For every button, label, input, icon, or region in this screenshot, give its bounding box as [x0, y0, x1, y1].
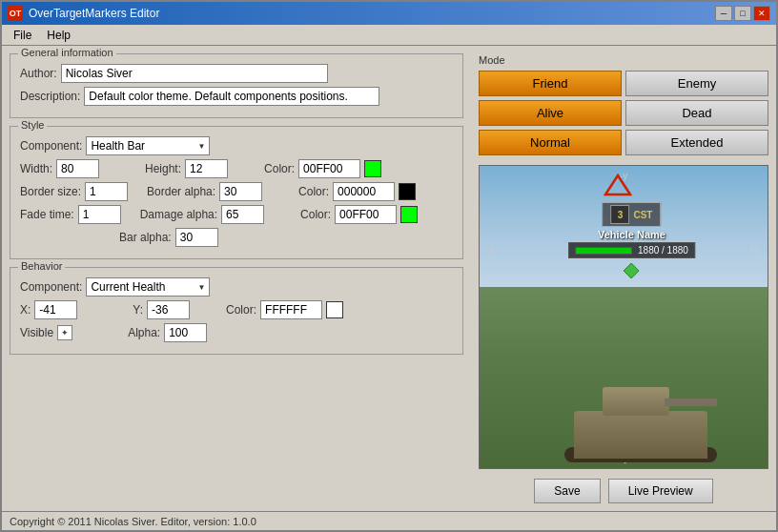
- health-bar: [575, 247, 632, 255]
- color3-input[interactable]: [335, 205, 397, 224]
- menu-help[interactable]: Help: [39, 27, 78, 43]
- menu-file[interactable]: File: [6, 27, 39, 43]
- visible-label: Visible: [20, 326, 53, 339]
- border-alpha-input[interactable]: [219, 182, 262, 201]
- cst-label: CST: [633, 210, 652, 220]
- damage-alpha-label: Damage alpha:: [140, 208, 217, 221]
- x-input[interactable]: [34, 300, 77, 319]
- color1-input[interactable]: [298, 159, 360, 178]
- tank-barrel: [665, 399, 717, 406]
- behavior-section: Behavior Component: Current Health ▼ X: …: [10, 267, 463, 355]
- alpha-input[interactable]: [164, 323, 207, 342]
- behavior-component-label: Component:: [20, 280, 82, 294]
- width-row: Width: Height: Color:: [20, 159, 453, 178]
- height-label: Height:: [145, 162, 181, 175]
- general-info-title: General information: [18, 47, 116, 58]
- mode-alive-button[interactable]: Alive: [479, 100, 622, 126]
- tank-turret: [603, 387, 669, 416]
- border-row: Border size: Border alpha: Color:: [20, 182, 453, 201]
- bar-alpha-input[interactable]: [175, 228, 218, 247]
- width-input[interactable]: [56, 159, 99, 178]
- marker-overlay: 3 CST Vehicle Name 1880 / 1880: [568, 202, 695, 282]
- tank-body: [574, 411, 707, 459]
- title-buttons: ─ □ ✕: [715, 6, 770, 21]
- border-size-label: Border size:: [20, 185, 81, 198]
- color2-label: Color:: [298, 185, 329, 198]
- mode-buttons: Friend Enemy Alive Dead Normal Extended: [479, 71, 768, 155]
- behavior-component-row: Component: Current Health ▼: [20, 277, 453, 297]
- close-button[interactable]: ✕: [753, 6, 770, 21]
- behavior-color-swatch[interactable]: [326, 301, 343, 318]
- compass-right-label: +x: [749, 244, 760, 391]
- preview-area: -y -x +x +y 3: [479, 165, 768, 469]
- description-input[interactable]: [84, 87, 379, 106]
- status-bar: Copyright © 2011 Nicolas Siver. Editor, …: [2, 511, 776, 530]
- behavior-color-input[interactable]: [260, 300, 322, 319]
- compass-left-label: -x: [487, 244, 495, 391]
- title-bar-left: OT OverTargetMarkers Editor: [8, 6, 159, 21]
- border-alpha-label: Border alpha:: [147, 185, 215, 198]
- target-diamond-icon: [604, 174, 632, 199]
- damage-alpha-input[interactable]: [221, 205, 264, 224]
- color2-input[interactable]: [333, 182, 395, 201]
- color1-swatch[interactable]: [364, 160, 381, 177]
- menu-bar: File Help: [2, 25, 776, 46]
- main-content: General information Author: Description:…: [2, 46, 776, 511]
- main-window: OT OverTargetMarkers Editor ─ □ ✕ File H…: [0, 0, 778, 532]
- live-preview-button[interactable]: Live Preview: [608, 479, 713, 503]
- window-title: OverTargetMarkers Editor: [29, 7, 159, 20]
- border-size-input[interactable]: [85, 182, 128, 201]
- alpha-label: Alpha:: [128, 326, 160, 339]
- width-label: Width:: [20, 162, 52, 175]
- title-bar: OT OverTargetMarkers Editor ─ □ ✕: [2, 2, 776, 25]
- svg-marker-0: [605, 175, 630, 194]
- svg-marker-1: [624, 263, 639, 278]
- right-panel: Mode Friend Enemy Alive Dead Normal Exte…: [471, 46, 776, 511]
- component-label: Component:: [20, 139, 82, 153]
- save-button[interactable]: Save: [534, 479, 600, 503]
- behavior-component-value: Current Health: [91, 280, 165, 294]
- behavior-component-dropdown[interactable]: Current Health ▼: [86, 277, 210, 297]
- color2-swatch[interactable]: [399, 183, 416, 200]
- author-input[interactable]: [61, 64, 328, 83]
- description-row: Description:: [20, 87, 453, 106]
- style-section: Style Component: Health Bar ▼ Width: Hei…: [10, 126, 463, 259]
- mode-friend-button[interactable]: Friend: [479, 71, 622, 96]
- preview-background: -y -x +x +y 3: [480, 166, 768, 468]
- app-icon: OT: [8, 6, 23, 21]
- tank-silhouette: [555, 373, 727, 459]
- mode-normal-button[interactable]: Normal: [479, 130, 622, 155]
- xy-row: X: Y: Color:: [20, 300, 453, 319]
- y-label: Y:: [133, 303, 143, 317]
- component-row: Component: Health Bar ▼: [20, 136, 453, 155]
- health-display: 1880 / 1880: [568, 242, 695, 258]
- behavior-dropdown-arrow-icon: ▼: [197, 283, 205, 292]
- dropdown-arrow-icon: ▼: [197, 142, 205, 151]
- color3-swatch[interactable]: [400, 206, 418, 223]
- fade-row: Fade time: Damage alpha: Color:: [20, 205, 453, 224]
- mode-enemy-button[interactable]: Enemy: [625, 71, 768, 96]
- component-dropdown[interactable]: Health Bar ▼: [86, 136, 210, 155]
- status-text: Copyright © 2011 Nicolas Siver. Editor, …: [10, 516, 256, 527]
- y-input[interactable]: [147, 300, 190, 319]
- style-title: Style: [18, 119, 47, 131]
- fade-time-input[interactable]: [78, 205, 121, 224]
- height-input[interactable]: [185, 159, 228, 178]
- minimize-button[interactable]: ─: [715, 6, 732, 21]
- visible-checkbox[interactable]: ✦: [57, 325, 72, 340]
- mode-title: Mode: [479, 54, 505, 66]
- bar-alpha-label: Bar alpha:: [119, 231, 172, 244]
- left-panel: General information Author: Description:…: [2, 46, 471, 511]
- fade-time-label: Fade time:: [20, 208, 74, 221]
- maximize-button[interactable]: □: [734, 6, 751, 21]
- level-badge: 3: [610, 205, 629, 224]
- health-bar-fill: [576, 248, 631, 254]
- component-dropdown-value: Health Bar: [91, 139, 145, 153]
- color1-label: Color:: [264, 162, 295, 175]
- direction-diamond-icon: [623, 262, 640, 282]
- bottom-buttons: Save Live Preview: [479, 479, 768, 503]
- mode-dead-button[interactable]: Dead: [625, 100, 768, 126]
- health-value: 1880 / 1880: [638, 245, 688, 256]
- x-label: X:: [20, 303, 31, 317]
- mode-extended-button[interactable]: Extended: [625, 130, 768, 155]
